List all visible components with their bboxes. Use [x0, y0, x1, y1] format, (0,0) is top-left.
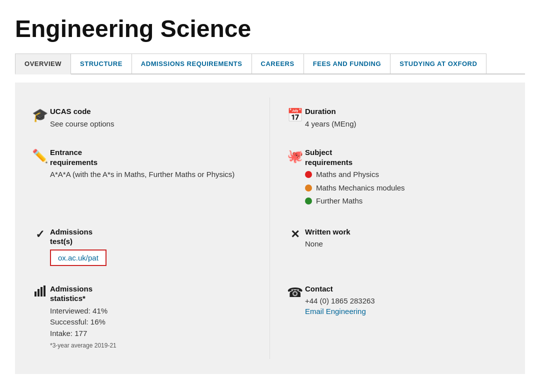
duration-value: 4 years (MEng) — [305, 118, 505, 130]
contact-label: Contact — [305, 284, 505, 294]
contact-email-link[interactable]: Email Engineering — [305, 307, 366, 316]
subject-req-red: Maths and Physics — [305, 169, 505, 180]
admissions-stats-content: Admissions statistics* Interviewed: 41% … — [50, 284, 254, 350]
contact-content: Contact +44 (0) 1865 283263 Email Engine… — [305, 284, 505, 316]
tab-structure[interactable]: STRUCTURE — [71, 54, 132, 74]
written-work-value: None — [305, 238, 505, 250]
tab-navigation: OVERVIEW STRUCTURE ADMISSIONS REQUIREMEN… — [15, 54, 525, 74]
written-work-label: Written work — [305, 227, 505, 237]
subject-req-orange: Maths Mechanics modules — [305, 182, 505, 194]
svg-rect-3 — [44, 286, 46, 296]
admissions-stats-section: Admissions statistics* Interviewed: 41% … — [30, 275, 270, 360]
entrance-section: ✏️ Entrance requirements A*A*A (with the… — [30, 138, 270, 218]
admissions-test-label: Admissions test(s) — [50, 227, 254, 246]
graduation-icon: 🎓 — [30, 108, 50, 123]
page-container: Engineering Science OVERVIEW STRUCTURE A… — [0, 0, 540, 374]
admissions-test-section: ✓ Admissions test(s) ox.ac.uk/pat — [30, 218, 270, 275]
stat-interviewed: Interviewed: 41% — [50, 306, 254, 317]
subject-label: Subject requirements — [305, 148, 505, 167]
page-title: Engineering Science — [15, 15, 525, 42]
calendar-icon: 📅 — [285, 108, 305, 123]
admissions-stats-label: Admissions statistics* — [50, 284, 254, 304]
info-panel: 🎓 UCAS code See course options 📅 Duratio… — [15, 82, 525, 374]
tab-careers[interactable]: CAREERS — [252, 54, 304, 74]
pencil-icon: ✏️ — [30, 148, 50, 164]
ucas-value: See course options — [50, 118, 254, 130]
checkmark-icon: ✓ — [30, 228, 50, 241]
written-work-content: Written work None — [305, 227, 505, 250]
admissions-stats-value: Interviewed: 41% Successful: 16% Intake:… — [50, 306, 254, 350]
subject-value: Maths and Physics Maths Mechanics module… — [305, 169, 505, 207]
svg-rect-2 — [40, 287, 42, 296]
stats-note: *3-year average 2019-21 — [50, 341, 254, 350]
entrance-content: Entrance requirements A*A*A (with the A*… — [50, 148, 254, 180]
duration-content: Duration 4 years (MEng) — [305, 106, 505, 130]
stat-intake: Intake: 177 — [50, 328, 254, 340]
phone-icon: ☎ — [285, 285, 305, 300]
written-work-section: ✕ Written work None — [270, 218, 510, 275]
duration-label: Duration — [305, 106, 505, 116]
entrance-value: A*A*A (with the A*s in Maths, Further Ma… — [50, 169, 254, 180]
subject-icon: 🐙 — [285, 148, 305, 164]
admissions-test-link[interactable]: ox.ac.uk/pat — [50, 250, 106, 266]
cross-icon: ✕ — [285, 228, 305, 241]
entrance-label: Entrance requirements — [50, 148, 254, 167]
subject-req-orange-label: Maths Mechanics modules — [316, 182, 405, 194]
tab-studying[interactable]: STUDYING AT OXFORD — [390, 54, 486, 74]
dot-green — [305, 198, 312, 204]
subject-section: 🐙 Subject requirements Maths and Physics — [270, 138, 510, 218]
svg-rect-0 — [34, 292, 36, 296]
subject-req-green-label: Further Maths — [316, 196, 362, 207]
ucas-content: UCAS code See course options — [50, 106, 254, 130]
tab-overview[interactable]: OVERVIEW — [15, 54, 71, 74]
stat-successful: Successful: 16% — [50, 316, 254, 328]
subject-req-red-label: Maths and Physics — [316, 169, 379, 180]
bar-chart-icon — [30, 285, 50, 297]
duration-section: 📅 Duration 4 years (MEng) — [270, 98, 510, 138]
ucas-section: 🎓 UCAS code See course options — [30, 98, 270, 138]
info-grid: 🎓 UCAS code See course options 📅 Duratio… — [30, 98, 510, 359]
contact-section: ☎ Contact +44 (0) 1865 283263 Email Engi… — [270, 275, 510, 360]
tab-fees[interactable]: FEES AND FUNDING — [304, 54, 390, 74]
tab-admissions[interactable]: ADMISSIONS REQUIREMENTS — [132, 54, 252, 74]
subject-req-green: Further Maths — [305, 196, 505, 207]
dot-orange — [305, 184, 312, 192]
ucas-label: UCAS code — [50, 106, 254, 116]
subject-content: Subject requirements Maths and Physics M… — [305, 148, 505, 209]
svg-rect-1 — [38, 289, 40, 296]
dot-red — [305, 171, 312, 178]
admissions-test-link-wrapper: ox.ac.uk/pat — [50, 250, 254, 266]
contact-phone: +44 (0) 1865 283263 — [305, 296, 505, 307]
admissions-test-content: Admissions test(s) ox.ac.uk/pat — [50, 227, 254, 266]
